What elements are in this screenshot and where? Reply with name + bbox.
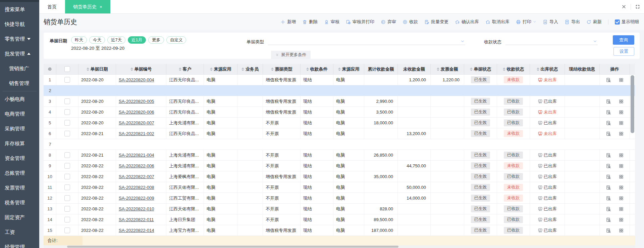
date-pill-昨天[interactable]: 昨天 (71, 36, 87, 44)
doc-no-link[interactable]: SA-20220820-006 (119, 110, 154, 115)
row-checkbox[interactable] (64, 120, 70, 126)
doc-no-link[interactable]: SA-20220820-005 (119, 99, 154, 104)
more-actions-icon[interactable] (619, 174, 624, 179)
more-actions-icon[interactable] (619, 110, 624, 115)
view-detail-icon[interactable] (606, 77, 611, 83)
view-detail-icon[interactable] (606, 120, 611, 126)
sort-icon[interactable] (87, 68, 89, 71)
more-actions-icon[interactable] (619, 77, 624, 83)
view-detail-icon[interactable] (606, 163, 611, 169)
doc-no-link[interactable]: SA-20220822-007 (119, 174, 154, 179)
table-row[interactable]: 12022-08-20SA-20220820-004江西无印良品...电脑增值税… (44, 75, 635, 85)
view-detail-icon[interactable] (606, 110, 611, 115)
row-checkbox[interactable] (64, 174, 70, 179)
sidebar-item-快捷导航[interactable]: 快捷导航 (0, 17, 39, 32)
sidebar-item-发票管理[interactable]: 发票管理 (0, 180, 39, 195)
sort-icon[interactable] (338, 68, 341, 71)
date-pill-自定义[interactable]: 自定义 (166, 36, 186, 44)
more-actions-icon[interactable] (619, 99, 624, 104)
sidebar-item-经营管理[interactable]: 经营管理 (0, 240, 39, 248)
settings-button[interactable]: 设置 (613, 47, 634, 56)
sort-icon[interactable] (241, 68, 244, 71)
sidebar-item-销售管理[interactable]: 销售管理 (0, 76, 39, 91)
more-actions-icon[interactable] (619, 217, 624, 222)
table-row[interactable]: 112022-08-22SA-20220822-008江西天佑有限...电脑不开… (44, 182, 635, 193)
sort-icon[interactable] (179, 68, 181, 71)
sort-icon[interactable] (306, 68, 309, 71)
doc-no-link[interactable]: SA-20220822-009 (119, 196, 154, 201)
table-row[interactable]: 152022-08-22SA-20220822-014上海宝力有限...电脑增值… (44, 225, 635, 236)
sort-icon[interactable] (210, 68, 213, 71)
column-header-checkbox[interactable] (56, 64, 78, 74)
sidebar-item-采购管理[interactable]: 采购管理 (0, 121, 39, 136)
sidebar-item-资金管理[interactable]: 资金管理 (0, 151, 39, 166)
table-row[interactable]: 42022-08-20SA-20220820-006江西无印良品...电脑增值税… (44, 107, 635, 118)
row-checkbox[interactable] (64, 206, 70, 212)
column-header-gear[interactable] (44, 64, 56, 74)
row-checkbox[interactable] (64, 109, 70, 115)
checkbox-checked-icon[interactable] (615, 19, 620, 25)
table-row[interactable]: 52022-08-20SA-20220820-007上海先浦有限...电脑不开票… (44, 118, 635, 128)
row-checkbox[interactable] (64, 184, 70, 190)
doc-no-link[interactable]: SA-20220822-014 (119, 228, 154, 233)
doc-type-select[interactable] (268, 37, 465, 45)
view-detail-icon[interactable] (606, 217, 611, 222)
search-button[interactable]: 查询 (613, 35, 634, 45)
doc-no-link[interactable]: SA-20220821-004 (119, 153, 154, 158)
more-actions-icon[interactable] (619, 228, 624, 233)
date-pill-近1月[interactable]: 近1月 (128, 36, 146, 44)
row-checkbox[interactable] (64, 217, 70, 222)
row-checkbox[interactable] (64, 152, 70, 158)
sort-icon[interactable] (130, 68, 133, 71)
doc-no-link[interactable]: SA-20220822-008 (119, 185, 154, 190)
sort-icon[interactable] (470, 68, 473, 71)
more-actions-icon[interactable] (619, 196, 624, 201)
doc-no-link[interactable]: SA-20220820-004 (119, 77, 154, 82)
view-detail-icon[interactable] (606, 228, 611, 233)
sidebar-item-税务管理[interactable]: 税务管理 (0, 195, 39, 210)
horizontal-scrollbar[interactable] (44, 245, 635, 248)
table-row[interactable]: 132022-08-22SA-20220822-010江西天佑有限...电脑不开… (44, 204, 635, 214)
doc-no-link[interactable]: SA-20220822-010 (119, 206, 154, 211)
sort-icon[interactable] (503, 68, 505, 71)
sidebar-item-工资[interactable]: 工资 (0, 225, 39, 240)
table-row[interactable]: 7 (44, 139, 635, 150)
trash-button[interactable]: 删除 (302, 19, 318, 25)
refresh-button[interactable]: 刷新 (586, 19, 602, 25)
row-checkbox[interactable] (64, 163, 70, 169)
sidebar-item-批发管理[interactable]: 批发管理 (0, 46, 39, 61)
cancel-outbound-button[interactable]: 取消出库 (485, 19, 509, 25)
sidebar-item-零售管理[interactable]: 零售管理 (0, 32, 39, 46)
tab-home[interactable]: 首页 (39, 0, 65, 13)
tab-sales-history[interactable]: 销货单历史 × (65, 0, 110, 13)
row-checkbox[interactable] (64, 228, 70, 233)
table-row[interactable]: 92022-08-22SA-20220822-006上海先浦有限...电脑不开票… (44, 161, 635, 171)
close-icon[interactable] (622, 4, 626, 9)
row-checkbox[interactable] (64, 98, 70, 104)
table-row[interactable]: 122022-08-22SA-20220822-009江西工贸有限...电脑不开… (44, 193, 635, 204)
more-actions-icon[interactable] (619, 163, 624, 169)
audit-print-button[interactable]: 审核并打印 (346, 19, 374, 25)
date-pill-近7天[interactable]: 近7天 (107, 36, 125, 44)
expand-more-button[interactable]: 展开更多条件 (271, 51, 311, 59)
discard-button[interactable]: 弃审 (381, 19, 396, 25)
tab-close-icon[interactable]: × (100, 5, 102, 9)
date-pill-更多[interactable]: 更多 (148, 36, 164, 44)
view-detail-icon[interactable] (606, 99, 611, 104)
row-checkbox[interactable] (64, 131, 70, 136)
sort-icon[interactable] (271, 68, 274, 71)
confirm-outbound-button[interactable]: 确认出库 (455, 19, 479, 25)
sidebar-item-固定资产[interactable]: 固定资产 (0, 210, 39, 225)
table-row[interactable]: 2 (44, 85, 635, 96)
plus-button[interactable]: 新增 (280, 19, 296, 25)
date-pill-今天[interactable]: 今天 (89, 36, 105, 44)
sidebar-item-库存核算[interactable]: 库存核算 (0, 136, 39, 151)
payment-status-select[interactable] (505, 37, 598, 45)
more-actions-icon[interactable] (619, 206, 624, 212)
doc-no-link[interactable]: SA-20220822-006 (119, 163, 154, 168)
sidebar-item-总账管理[interactable]: 总账管理 (0, 166, 39, 180)
sidebar-item-搜索菜单[interactable]: 搜索菜单 (0, 2, 39, 17)
doc-no-link[interactable]: SA-20220822-011 (119, 217, 154, 222)
more-actions-icon[interactable] (619, 153, 624, 158)
sidebar-item-小畅电商[interactable]: 小畅电商 (0, 92, 39, 107)
